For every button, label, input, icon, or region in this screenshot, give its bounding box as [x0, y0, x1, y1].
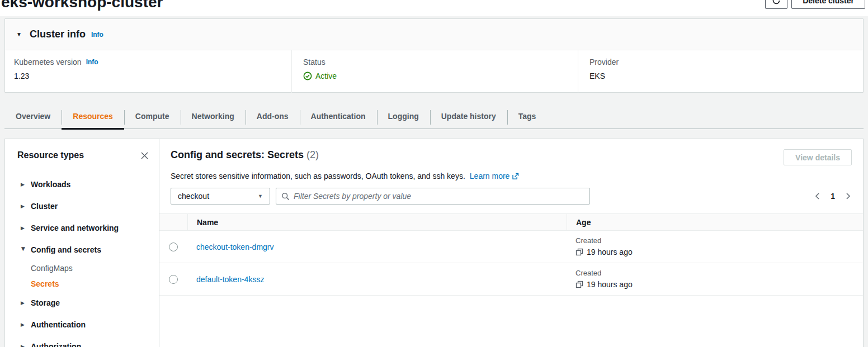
provider-field: Provider EKS — [578, 50, 863, 93]
row-radio-button[interactable] — [169, 243, 178, 251]
secrets-table: Name Age checkout-token-dmgrv Created 19… — [159, 213, 863, 296]
secrets-count: (2) — [306, 149, 319, 160]
pagination: 1 — [814, 192, 852, 201]
sidebar-item-authentication[interactable]: ▶ Authentication — [5, 313, 159, 335]
provider-value: EKS — [589, 72, 863, 80]
status-badge: Active — [303, 72, 578, 80]
copy-icon[interactable] — [575, 248, 583, 256]
refresh-icon — [772, 0, 781, 5]
sidebar-item-workloads[interactable]: ▶ Workloads — [5, 173, 159, 195]
sidebar-item-configmaps[interactable]: ConfigMaps — [5, 260, 159, 276]
created-label: Created — [575, 269, 863, 277]
status-value: Active — [315, 72, 337, 80]
status-label: Status — [303, 58, 326, 66]
created-label: Created — [575, 236, 863, 245]
sidebar-item-service-and-networking[interactable]: ▶ Service and networking — [5, 217, 159, 239]
search-icon — [281, 192, 290, 201]
tab-overview[interactable]: Overview — [4, 106, 62, 129]
external-link-icon — [512, 173, 519, 180]
page-actions: Delete cluster — [765, 0, 865, 9]
page-title: eks-workshop-cluster — [1, 0, 163, 11]
tab-compute[interactable]: Compute — [124, 106, 181, 129]
view-details-button[interactable]: View details — [784, 149, 852, 165]
refresh-button[interactable] — [765, 0, 787, 9]
namespace-filter-dropdown[interactable]: checkout ▼ — [171, 188, 270, 205]
chevron-down-icon: ▼ — [258, 193, 263, 199]
tab-tags[interactable]: Tags — [507, 106, 548, 129]
kubernetes-version-field: Kubernetes version Info 1.23 — [5, 50, 291, 93]
expand-triangle-icon: ▶ — [21, 300, 27, 306]
tab-update-history[interactable]: Update history — [430, 106, 507, 129]
tab-resources[interactable]: Resources — [62, 106, 124, 129]
table-header-row: Name Age — [159, 213, 863, 231]
secrets-main-panel: Config and secrets: Secrets (2) View det… — [159, 139, 863, 347]
section-collapse-icon[interactable]: ▼ — [16, 31, 22, 37]
cluster-info-card: ▼ Cluster info Info Kubernetes version I… — [4, 18, 864, 93]
secrets-description: Secret stores sensitive information, suc… — [171, 172, 852, 180]
cluster-info-info-link[interactable]: Info — [91, 31, 103, 39]
sidebar-item-cluster[interactable]: ▶ Cluster — [5, 195, 159, 217]
sidebar-item-authorization[interactable]: ▶ Authorization — [5, 335, 159, 347]
age-cell: Created 19 hours ago — [567, 263, 863, 295]
age-cell: Created 19 hours ago — [567, 231, 863, 263]
expand-triangle-icon: ▶ — [21, 225, 27, 231]
namespace-filter-value: checkout — [178, 192, 209, 201]
secrets-panel-title: Config and secrets: Secrets (2) — [171, 149, 319, 161]
table-row: default-token-4kssz Created 19 hours ago — [159, 263, 863, 296]
close-icon[interactable] — [139, 150, 150, 161]
sidebar-item-config-and-secrets[interactable]: ▶ Config and secrets — [5, 239, 159, 260]
tab-add-ons[interactable]: Add-ons — [246, 106, 300, 129]
secret-name-link[interactable]: checkout-token-dmgrv — [196, 243, 274, 251]
sidebar-item-secrets[interactable]: Secrets — [5, 276, 159, 292]
expand-triangle-icon: ▶ — [21, 344, 27, 347]
sidebar-item-storage[interactable]: ▶ Storage — [5, 292, 159, 313]
learn-more-link[interactable]: Learn more — [470, 172, 520, 180]
next-page-icon[interactable] — [844, 192, 852, 200]
search-input[interactable] — [294, 192, 584, 201]
cluster-info-body: Kubernetes version Info 1.23 Status Acti… — [5, 50, 863, 93]
cluster-info-title: Cluster info — [30, 28, 86, 40]
tab-authentication[interactable]: Authentication — [300, 106, 377, 129]
status-check-icon — [303, 72, 312, 80]
tab-logging[interactable]: Logging — [377, 106, 430, 129]
column-header-name: Name — [197, 218, 218, 227]
sidebar-title: Resource types — [17, 150, 84, 160]
expand-triangle-icon: ▶ — [21, 182, 27, 187]
age-value: 19 hours ago — [587, 280, 633, 289]
filter-toolbar: checkout ▼ 1 — [171, 188, 852, 205]
resources-panel: Resource types ▶ Workloads ▶ Cluster ▶ S… — [4, 139, 864, 347]
tab-networking[interactable]: Networking — [181, 106, 246, 129]
secret-name-link[interactable]: default-token-4kssz — [196, 275, 264, 284]
kubernetes-version-value: 1.23 — [14, 72, 291, 80]
kubernetes-version-label: Kubernetes version — [14, 58, 82, 66]
status-field: Status Active — [291, 50, 578, 93]
row-radio-button[interactable] — [169, 275, 178, 284]
resource-types-tree: ▶ Workloads ▶ Cluster ▶ Service and netw… — [5, 173, 159, 347]
cluster-tabs: Overview Resources Compute Networking Ad… — [4, 106, 864, 129]
previous-page-icon[interactable] — [814, 192, 822, 200]
secrets-search-box — [276, 188, 590, 205]
column-header-age: Age — [576, 218, 591, 227]
expand-triangle-icon: ▶ — [21, 247, 26, 254]
resource-types-sidebar: Resource types ▶ Workloads ▶ Cluster ▶ S… — [5, 139, 159, 347]
cluster-info-header[interactable]: ▼ Cluster info Info — [5, 19, 863, 50]
current-page-number[interactable]: 1 — [831, 192, 835, 201]
expand-triangle-icon: ▶ — [21, 322, 27, 327]
kubernetes-version-info-link[interactable]: Info — [86, 58, 98, 66]
table-row: checkout-token-dmgrv Created 19 hours ag… — [159, 231, 863, 263]
provider-label: Provider — [589, 58, 619, 66]
age-value: 19 hours ago — [587, 248, 633, 256]
delete-cluster-button[interactable]: Delete cluster — [791, 0, 865, 9]
page-header: eks-workshop-cluster Delete cluster — [0, 0, 868, 16]
copy-icon[interactable] — [575, 281, 583, 288]
expand-triangle-icon: ▶ — [21, 203, 27, 209]
